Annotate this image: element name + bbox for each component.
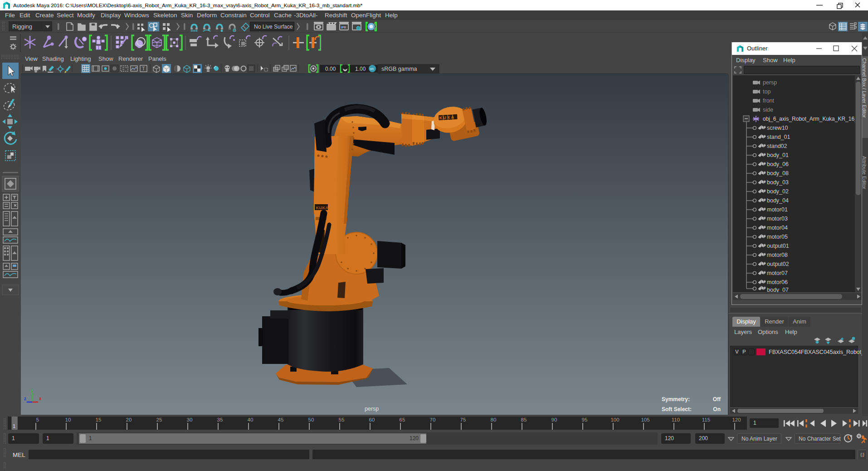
svg-text:body_08: body_08	[767, 170, 789, 177]
svg-text:T: T	[142, 66, 145, 71]
svg-text:motor05: motor05	[767, 234, 788, 240]
svg-text:60: 60	[369, 417, 375, 422]
svg-text:110: 110	[672, 417, 680, 422]
svg-text:KUKA: KUKA	[439, 115, 455, 120]
svg-text:body_04: body_04	[767, 197, 789, 204]
svg-text:KUKA: KUKA	[316, 206, 329, 210]
svg-text:40: 40	[248, 417, 254, 422]
svg-text:120: 120	[732, 417, 741, 422]
svg-text:80: 80	[491, 417, 497, 422]
svg-text:25: 25	[156, 417, 162, 422]
svg-text:output01: output01	[767, 243, 789, 249]
svg-text:Off: Off	[713, 396, 721, 402]
svg-text:IPR: IPR	[341, 26, 346, 29]
svg-text:90: 90	[551, 417, 557, 422]
svg-text:persp: persp	[365, 406, 379, 412]
svg-text:persp: persp	[763, 79, 777, 86]
svg-text:1.00: 1.00	[355, 66, 366, 72]
svg-text:on: on	[370, 67, 374, 71]
svg-text:85: 85	[521, 417, 527, 422]
svg-text:body_07: body_07	[767, 287, 789, 292]
svg-text:top: top	[763, 88, 770, 95]
svg-text:body_03: body_03	[767, 179, 789, 186]
svg-text:motor07: motor07	[767, 270, 788, 276]
svg-text:105: 105	[641, 417, 649, 422]
svg-text:45: 45	[278, 417, 284, 422]
svg-text:side: side	[763, 107, 773, 113]
svg-text:70: 70	[430, 417, 436, 422]
svg-text:output02: output02	[767, 261, 789, 267]
svg-text:5: 5	[36, 417, 39, 422]
svg-text:20: 20	[126, 417, 132, 422]
svg-text:motor08: motor08	[767, 252, 788, 258]
svg-text:35: 35	[217, 417, 223, 422]
svg-text:y: y	[31, 388, 33, 393]
svg-text:115: 115	[702, 417, 710, 422]
svg-text:z: z	[24, 396, 26, 401]
svg-text:motor01: motor01	[767, 206, 788, 213]
svg-text:On: On	[713, 406, 721, 412]
svg-text:10: 10	[65, 417, 71, 422]
svg-text:body_02: body_02	[767, 188, 789, 195]
svg-text:motor03: motor03	[767, 216, 788, 222]
svg-text:100: 100	[610, 417, 619, 422]
svg-text:30: 30	[187, 417, 193, 422]
svg-text:Soft Select:: Soft Select:	[662, 406, 692, 412]
svg-text:screw10: screw10	[767, 125, 788, 131]
svg-text:15: 15	[96, 417, 102, 422]
svg-text:sRGB gamma: sRGB gamma	[381, 66, 417, 72]
svg-text:obj_6_axis_Robot_Arm_Kuka_KR_1: obj_6_axis_Robot_Arm_Kuka_KR_16_3	[763, 116, 855, 122]
svg-text:65: 65	[400, 417, 405, 422]
svg-text:50: 50	[308, 417, 314, 422]
svg-text:55: 55	[339, 417, 345, 422]
svg-text:Symmetry:: Symmetry:	[662, 396, 690, 402]
svg-text:front: front	[763, 98, 775, 104]
svg-text:motor04: motor04	[767, 225, 788, 231]
svg-text:75: 75	[460, 417, 466, 422]
svg-text:body_01: body_01	[767, 152, 789, 158]
svg-text:stand_01: stand_01	[767, 134, 790, 140]
svg-text:95: 95	[582, 417, 588, 422]
svg-text:x: x	[39, 396, 42, 401]
svg-text:stand02: stand02	[767, 143, 787, 149]
svg-text:body_06: body_06	[767, 161, 789, 167]
svg-text:0.00: 0.00	[325, 66, 336, 72]
svg-text:motor06: motor06	[767, 279, 788, 285]
svg-text:1: 1	[13, 423, 15, 429]
